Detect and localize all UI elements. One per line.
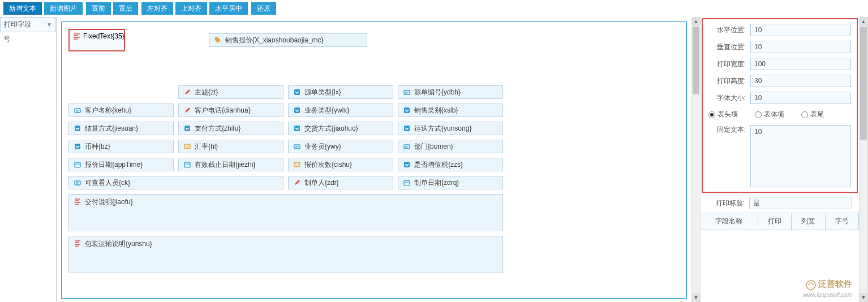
fixed-text-label: 固定文本: <box>708 125 746 135</box>
col-field-name[interactable]: 字段名称 <box>701 213 758 230</box>
canvas-field[interactable]: 交货方式{jiaohuo} <box>288 122 393 135</box>
print-fields-label: 打印字段 <box>4 20 31 29</box>
canvas-field[interactable]: 可查看人员{ck} <box>68 176 283 189</box>
middle-scrollbar[interactable]: ▲ ▼ <box>691 17 701 302</box>
dd-icon <box>403 161 411 169</box>
field-label: 运送方式{yunsong} <box>414 124 471 133</box>
canvas-field[interactable]: 制单日期{zdrq} <box>398 176 503 189</box>
scroll-thumb[interactable] <box>693 27 699 94</box>
bring-front-button[interactable]: 置前 <box>86 2 111 15</box>
align-top-button[interactable]: 上对齐 <box>175 2 207 15</box>
reset-button[interactable]: 还原 <box>251 2 276 15</box>
link-icon <box>293 143 301 150</box>
canvas-field[interactable]: 制单人{zdr} <box>288 176 393 189</box>
canvas-field[interactable]: 报价日期{appTime} <box>68 158 174 171</box>
properties-box: 水平位置: 垂直位置: 打印宽度: 打印高度: 字体大小: <box>702 18 858 193</box>
svg-rect-18 <box>404 162 410 167</box>
dd-icon <box>403 124 411 132</box>
radio-icon <box>801 111 808 118</box>
field-label: 业务类型{ywlx} <box>304 106 349 115</box>
canvas-field[interactable]: 部门{bumen} <box>398 140 503 153</box>
field-label: 源单编号{ydbh} <box>414 88 461 97</box>
right-scrollbar[interactable]: ▲ ▼ <box>859 17 868 302</box>
col-width[interactable]: 列宽 <box>792 213 825 230</box>
field-label: 制单日期{zdrq} <box>414 178 459 188</box>
cal-icon <box>403 179 411 187</box>
font-size-input[interactable] <box>750 92 851 104</box>
field-label: 部门{bumen} <box>414 142 453 152</box>
canvas-field[interactable]: 源单类型{lx} <box>288 85 393 99</box>
v-pos-label: 垂直位置: <box>708 42 746 52</box>
svg-rect-4 <box>404 107 410 113</box>
radio-header-item[interactable]: 表头项 <box>708 110 738 119</box>
left-panel-item[interactable]: 号 <box>0 32 56 46</box>
canvas-field[interactable]: 客户名称{kehu} <box>68 103 174 117</box>
canvas-field[interactable]: 支付方式{zhifu} <box>178 122 283 135</box>
canvas-field[interactable]: 12汇率{hl} <box>178 140 283 153</box>
toolbar: 新增文本 新增图片 置前 置后 左对齐 上对齐 水平居中 还原 <box>0 0 868 17</box>
canvas-field[interactable]: 客户电话{dianhua} <box>178 103 283 117</box>
dd-icon <box>183 124 191 132</box>
col-print[interactable]: 打印 <box>758 213 792 230</box>
align-center-h-button[interactable]: 水平居中 <box>209 2 248 15</box>
h-pos-input[interactable] <box>750 24 851 36</box>
canvas-field[interactable]: 主题{zt} <box>178 85 283 99</box>
canvas-field[interactable]: 12报价次数{cishu} <box>288 158 393 171</box>
num-icon: 12 <box>183 143 191 150</box>
field-label: 报价次数{cishu} <box>304 160 352 170</box>
send-back-button[interactable]: 置后 <box>113 2 138 15</box>
col-fontsize[interactable]: 字号 <box>826 213 859 230</box>
canvas-field[interactable]: 源单编号{ydbh} <box>398 85 503 99</box>
scroll-down-icon[interactable]: ▼ <box>692 293 700 302</box>
brand-logo: 泛普软件 www.fanpusoft.com <box>803 279 852 299</box>
field-label: 主题{zt} <box>195 88 218 97</box>
svg-rect-8 <box>404 126 410 131</box>
canvas-field[interactable]: 交付说明{jiaofu} <box>68 194 503 231</box>
svg-rect-7 <box>294 126 300 131</box>
canvas-wrap: FixedText{35} 销售报价{X_xiaoshoubaojia_mc} … <box>57 17 691 302</box>
radio-body-item[interactable]: 表体项 <box>755 110 784 119</box>
canvas-field[interactable]: 结算方式{jiesuan} <box>68 122 174 135</box>
v-pos-input[interactable] <box>750 41 851 53</box>
canvas-field[interactable]: 业务员{ywy} <box>288 140 393 153</box>
field-label: 客户名称{kehu} <box>85 106 131 115</box>
field-label: 业务员{ywy} <box>304 142 341 152</box>
field-label: 结算方式{jiesuan} <box>85 124 138 133</box>
link-icon <box>74 179 81 187</box>
title-label: 销售报价{X_xiaoshoubaojia_mc} <box>225 36 323 45</box>
print-h-input[interactable] <box>750 75 851 87</box>
cal-icon <box>183 161 191 169</box>
field-label: 源单类型{lx} <box>304 88 341 97</box>
selected-element[interactable]: FixedText{35} <box>68 29 125 51</box>
radio-footer-item[interactable]: 表尾 <box>801 110 824 119</box>
canvas-field[interactable]: 运送方式{yunsong} <box>398 122 503 135</box>
add-image-button[interactable]: 新增图片 <box>44 2 83 15</box>
design-canvas[interactable]: FixedText{35} 销售报价{X_xiaoshoubaojia_mc} … <box>61 21 687 299</box>
canvas-field[interactable]: 币种{bz} <box>68 140 174 153</box>
print-w-input[interactable] <box>750 58 851 70</box>
canvas-field[interactable]: 业务类型{ywlx} <box>288 103 393 117</box>
align-left-button[interactable]: 左对齐 <box>141 2 173 15</box>
svg-point-21 <box>806 281 815 290</box>
add-text-button[interactable]: 新增文本 <box>3 2 42 15</box>
edit-icon <box>293 179 301 187</box>
scroll-thumb[interactable] <box>860 27 867 140</box>
left-panel: 打印字段 ▼ 号 <box>0 17 57 302</box>
fixed-text-input[interactable]: 10 <box>750 125 851 187</box>
title-field[interactable]: 销售报价{X_xiaoshoubaojia_mc} <box>209 33 367 47</box>
scroll-down-icon[interactable]: ▼ <box>860 293 867 302</box>
canvas-field[interactable]: 是否增值税{zzs} <box>398 158 503 171</box>
print-title-input[interactable] <box>749 197 852 209</box>
canvas-field[interactable]: 有效截止日期{jiezhi} <box>178 158 283 171</box>
scroll-up-icon[interactable]: ▲ <box>692 17 700 26</box>
dd-icon <box>293 124 301 132</box>
radio-icon <box>755 111 762 118</box>
scroll-up-icon[interactable]: ▲ <box>860 17 867 26</box>
canvas-field[interactable]: 销售类别{xslb} <box>398 103 503 117</box>
canvas-field[interactable]: 包装运输说明{yunshu} <box>68 236 503 273</box>
field-label: 制单人{zdr} <box>304 178 339 188</box>
svg-rect-6 <box>184 126 190 131</box>
svg-rect-15 <box>184 162 190 167</box>
print-fields-header[interactable]: 打印字段 ▼ <box>0 17 56 32</box>
svg-text:12: 12 <box>185 145 190 149</box>
